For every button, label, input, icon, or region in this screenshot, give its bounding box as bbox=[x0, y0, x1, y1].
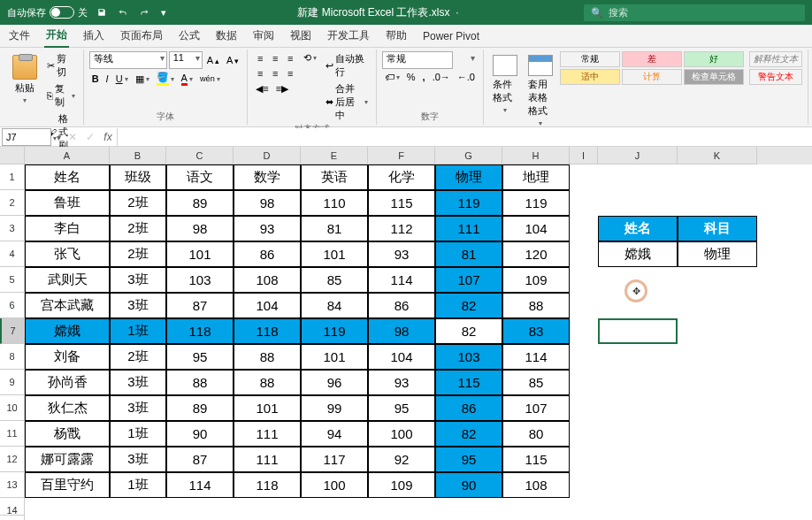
row-header-6[interactable]: 6 bbox=[0, 293, 25, 318]
undo-icon[interactable] bbox=[116, 5, 130, 19]
cell-G12[interactable]: 95 bbox=[435, 447, 502, 472]
decrease-indent-button[interactable]: ◀≡ bbox=[253, 82, 271, 96]
tab-开始[interactable]: 开始 bbox=[44, 24, 69, 48]
cell-F2[interactable]: 115 bbox=[368, 190, 435, 216]
style-neutral[interactable]: 适中 bbox=[560, 69, 620, 85]
border-button[interactable]: ▦▾ bbox=[133, 73, 152, 86]
col-header-I[interactable]: I bbox=[570, 147, 598, 164]
cell-G9[interactable]: 115 bbox=[435, 370, 502, 395]
font-name-select[interactable]: 等线 bbox=[89, 51, 167, 69]
row-header-9[interactable]: 9 bbox=[0, 370, 25, 395]
cell-C9[interactable]: 88 bbox=[166, 370, 234, 395]
cell-E8[interactable]: 101 bbox=[301, 344, 368, 370]
cell-A13[interactable]: 百里守约 bbox=[25, 472, 110, 498]
style-good[interactable]: 好 bbox=[684, 51, 744, 67]
cell-F8[interactable]: 104 bbox=[368, 344, 435, 370]
conditional-format-button[interactable]: 条件格式▾ bbox=[489, 51, 521, 118]
cell-A3[interactable]: 李白 bbox=[25, 216, 110, 241]
cell-B3[interactable]: 2班 bbox=[110, 216, 166, 241]
cell-B9[interactable]: 3班 bbox=[110, 370, 166, 395]
cell-E12[interactable]: 117 bbox=[301, 447, 368, 472]
bold-button[interactable]: B bbox=[89, 73, 102, 85]
cell-D2[interactable]: 98 bbox=[234, 190, 301, 216]
cell-B6[interactable]: 3班 bbox=[110, 293, 166, 318]
row-header-4[interactable]: 4 bbox=[0, 241, 25, 267]
underline-button[interactable]: U▾ bbox=[113, 73, 131, 85]
col-header-K[interactable]: K bbox=[678, 147, 757, 164]
cell-C5[interactable]: 103 bbox=[166, 267, 234, 293]
row-header-15[interactable]: 15 bbox=[0, 516, 25, 520]
confirm-formula-button[interactable]: ✓ bbox=[81, 131, 99, 143]
cell-C3[interactable]: 98 bbox=[166, 216, 234, 241]
cell-B13[interactable]: 1班 bbox=[110, 472, 166, 498]
cell-G8[interactable]: 103 bbox=[435, 344, 502, 370]
cell-C1[interactable]: 语文 bbox=[166, 164, 234, 190]
cell-C4[interactable]: 101 bbox=[166, 241, 234, 267]
cell-A5[interactable]: 武则天 bbox=[25, 267, 110, 293]
style-bad[interactable]: 差 bbox=[622, 51, 682, 67]
cell-C8[interactable]: 95 bbox=[166, 344, 234, 370]
style-calc[interactable]: 计算 bbox=[622, 69, 682, 85]
font-color-button[interactable]: A▾ bbox=[179, 72, 195, 87]
cell-A7[interactable]: 嫦娥 bbox=[25, 318, 110, 344]
cell-G11[interactable]: 82 bbox=[435, 421, 502, 447]
cell-A10[interactable]: 狄仁杰 bbox=[25, 395, 110, 421]
row-header-10[interactable]: 10 bbox=[0, 395, 25, 421]
comma-button[interactable]: , bbox=[420, 71, 428, 83]
font-size-select[interactable]: 11 bbox=[169, 51, 203, 69]
cell-B1[interactable]: 班级 bbox=[110, 164, 166, 190]
cell-G4[interactable]: 81 bbox=[435, 241, 502, 267]
cell-D7[interactable]: 118 bbox=[234, 318, 301, 344]
cell-A1[interactable]: 姓名 bbox=[25, 164, 110, 190]
cell-C6[interactable]: 87 bbox=[166, 293, 234, 318]
cell-G6[interactable]: 82 bbox=[435, 293, 502, 318]
cell-E10[interactable]: 99 bbox=[301, 395, 368, 421]
cell-D5[interactable]: 108 bbox=[234, 267, 301, 293]
cell-B4[interactable]: 2班 bbox=[110, 241, 166, 267]
cut-button[interactable]: ✂剪切 bbox=[44, 51, 78, 80]
autosave-toggle[interactable]: 自动保存 关 bbox=[7, 6, 88, 19]
cell-H13[interactable]: 108 bbox=[502, 472, 570, 498]
tab-视图[interactable]: 视图 bbox=[288, 25, 313, 47]
col-header-E[interactable]: E bbox=[301, 147, 368, 164]
cell-G5[interactable]: 107 bbox=[435, 267, 502, 293]
cell-A8[interactable]: 刘备 bbox=[25, 344, 110, 370]
cell-F9[interactable]: 93 bbox=[368, 370, 435, 395]
cell-D12[interactable]: 111 bbox=[234, 447, 301, 472]
cell-H7[interactable]: 83 bbox=[502, 318, 570, 344]
cell-C10[interactable]: 89 bbox=[166, 395, 234, 421]
tab-页面布局[interactable]: 页面布局 bbox=[119, 25, 165, 47]
cell-C11[interactable]: 90 bbox=[166, 421, 234, 447]
save-icon[interactable] bbox=[95, 5, 109, 19]
style-check[interactable]: 检查单元格 bbox=[684, 69, 744, 85]
cell-F4[interactable]: 93 bbox=[368, 241, 435, 267]
cell-styles-gallery[interactable]: 常规 差 好 适中 计算 检查单元格 bbox=[560, 51, 744, 85]
search-box[interactable]: 🔍 搜索 bbox=[584, 4, 805, 21]
increase-indent-button[interactable]: ≡▶ bbox=[273, 82, 291, 96]
increase-font-button[interactable]: A▴ bbox=[204, 54, 222, 66]
select-all-corner[interactable] bbox=[0, 147, 25, 164]
col-header-H[interactable]: H bbox=[502, 147, 570, 164]
col-header-B[interactable]: B bbox=[110, 147, 166, 164]
align-right-button[interactable]: ≡ bbox=[283, 66, 297, 80]
orientation-button[interactable]: ⟲▾ bbox=[301, 51, 319, 65]
col-header-J[interactable]: J bbox=[598, 147, 678, 164]
cell-E13[interactable]: 100 bbox=[301, 472, 368, 498]
cell-C12[interactable]: 87 bbox=[166, 447, 234, 472]
align-bottom-button[interactable]: ≡ bbox=[283, 51, 297, 65]
cell-K3[interactable]: 科目 bbox=[678, 216, 757, 241]
paste-button[interactable]: 粘贴 ▾ bbox=[9, 51, 41, 108]
cell-G1[interactable]: 物理 bbox=[435, 164, 502, 190]
name-box[interactable] bbox=[2, 128, 51, 146]
row-header-13[interactable]: 13 bbox=[0, 472, 25, 498]
row-header-5[interactable]: 5 bbox=[0, 267, 25, 293]
cell-H2[interactable]: 119 bbox=[502, 190, 570, 216]
redo-icon[interactable] bbox=[137, 5, 151, 19]
cell-E3[interactable]: 81 bbox=[301, 216, 368, 241]
cell-K4[interactable]: 物理 bbox=[678, 241, 757, 267]
format-as-table-button[interactable]: 套用表格格式▾ bbox=[525, 51, 556, 131]
cell-D6[interactable]: 104 bbox=[234, 293, 301, 318]
cell-D11[interactable]: 111 bbox=[234, 421, 301, 447]
align-top-button[interactable]: ≡ bbox=[253, 51, 267, 65]
cell-F12[interactable]: 92 bbox=[368, 447, 435, 472]
